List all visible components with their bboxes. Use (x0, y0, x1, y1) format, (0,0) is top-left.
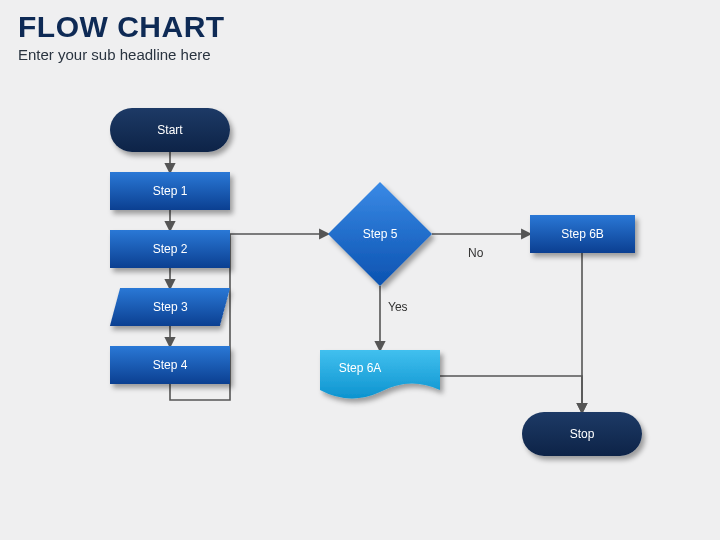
node-step2: Step 2 (110, 230, 230, 268)
connectors (0, 0, 720, 540)
node-start: Start (110, 108, 230, 152)
node-stop-label: Stop (570, 427, 595, 441)
node-stop: Stop (522, 412, 642, 456)
flowchart-canvas: Start Step 1 Step 2 Step 3 Step 4 Step 5… (0, 0, 720, 540)
node-step1: Step 1 (110, 172, 230, 210)
node-step6b: Step 6B (530, 215, 635, 253)
node-step4-label: Step 4 (153, 358, 188, 372)
node-step2-label: Step 2 (153, 242, 188, 256)
node-step4: Step 4 (110, 346, 230, 384)
node-step3: Step 3 (110, 288, 230, 326)
edge-label-yes: Yes (388, 300, 408, 314)
edge-label-no: No (468, 246, 483, 260)
node-step1-label: Step 1 (153, 184, 188, 198)
node-start-label: Start (157, 123, 182, 137)
node-step3-label: Step 3 (153, 300, 188, 314)
node-step6b-label: Step 6B (561, 227, 604, 241)
